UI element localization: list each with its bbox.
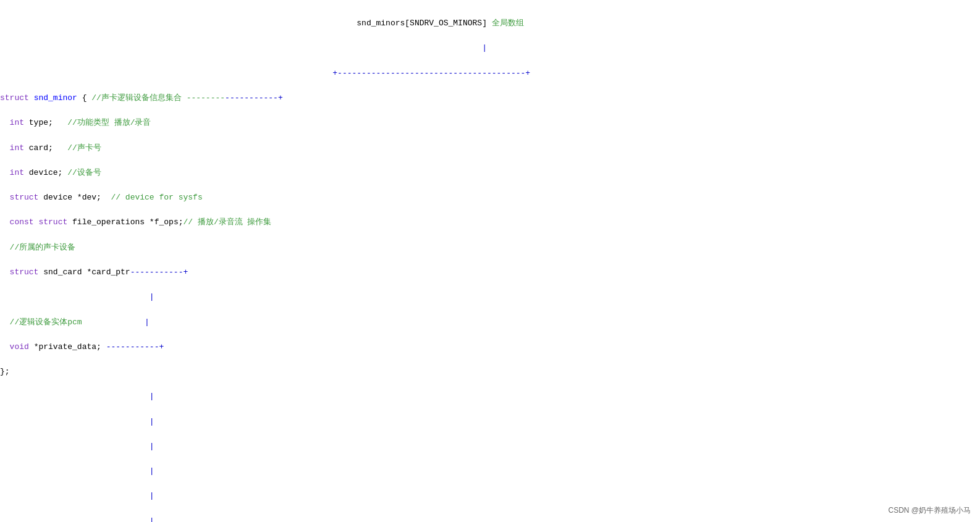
line-arrow-down: | [0, 42, 980, 54]
line-empty7: | [0, 515, 980, 522]
line-arrow-line: +---------------------------------------… [0, 67, 980, 80]
line-void-private: void *private_data; -----------+ [0, 341, 980, 353]
line-const-struct: const struct file_operations *f_ops;// 播… [0, 216, 980, 229]
line-int-type: int type; //功能类型 播放/录音 [0, 117, 980, 129]
line-close-brace: }; [0, 366, 980, 378]
line-struct-device: struct device *dev; // device for sysfs [0, 192, 980, 204]
code-diagram: snd_minors[SNDRV_OS_MINORS] 全局数组 | [0, 0, 980, 522]
line-empty4: | [0, 440, 980, 453]
line-int-device: int device; //设备号 [0, 167, 980, 179]
line-int-card: int card; //声卡号 [0, 142, 980, 154]
line-comment-belongs: //所属的声卡设备 [0, 242, 980, 254]
line-empty5: | [0, 465, 980, 478]
watermark-text: CSDN @奶牛养殖场小马 [888, 505, 971, 516]
line-empty3: | [0, 416, 980, 428]
line-empty1: | [0, 291, 980, 303]
line-empty2: | [0, 390, 980, 403]
line-global-array: snd_minors[SNDRV_OS_MINORS] 全局数组 [0, 17, 980, 30]
line-comment-pcm: //逻辑设备实体pcm | [0, 316, 980, 329]
line-empty6: | [0, 490, 980, 502]
line-struct-card-ptr: struct snd_card *card_ptr-----------+ [0, 266, 980, 279]
line-struct-snd-minor: struct snd_minor { //声卡逻辑设备信息集合 --------… [0, 92, 980, 104]
